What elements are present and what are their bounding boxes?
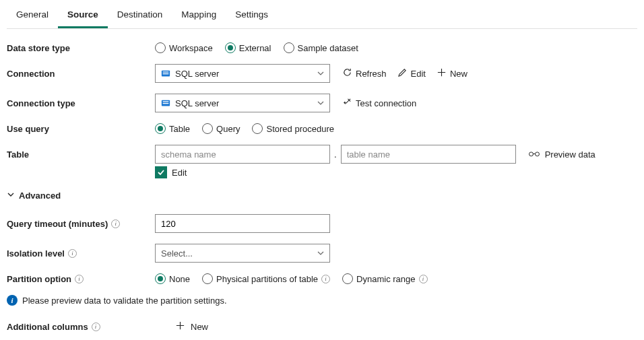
radio-query[interactable]: Query <box>202 123 240 134</box>
sqlserver-icon <box>161 69 170 78</box>
radio-group-use-query: Table Query Stored procedure <box>155 123 334 134</box>
refresh-label: Refresh <box>356 69 387 79</box>
plus-icon <box>175 320 185 333</box>
connection-type-value: SQL server <box>175 98 219 108</box>
partition-note: i Please preview data to validate the pa… <box>7 295 637 306</box>
edit-connection-button[interactable]: Edit <box>397 67 426 79</box>
row-table: Table . Preview data <box>7 145 637 164</box>
info-icon[interactable]: i <box>321 275 330 283</box>
new-connection-label: New <box>450 69 468 79</box>
svg-point-6 <box>529 151 533 156</box>
advanced-toggle[interactable]: Advanced <box>7 191 637 201</box>
radio-partition-physical[interactable]: Physical partitions of table i <box>202 273 330 284</box>
radio-sample-dataset[interactable]: Sample dataset <box>284 42 358 53</box>
connection-dropdown[interactable]: SQL server <box>155 64 330 83</box>
add-column-label: New <box>191 322 208 332</box>
label-connection-type: Connection type <box>7 98 155 108</box>
row-data-store-type: Data store type Workspace External Sampl… <box>7 42 637 53</box>
row-connection: Connection SQL server Refresh <box>7 64 637 83</box>
row-additional-columns: Additional columns i New <box>7 320 637 333</box>
edit-connection-label: Edit <box>411 69 426 79</box>
radio-partition-dynamic-label: Dynamic range <box>356 274 415 284</box>
tab-source[interactable]: Source <box>58 4 108 28</box>
radio-external-label: External <box>239 43 271 53</box>
info-icon[interactable]: i <box>92 322 100 331</box>
test-connection-icon <box>342 97 352 109</box>
label-table: Table <box>7 149 155 160</box>
advanced-label: Advanced <box>19 191 61 201</box>
svg-point-7 <box>535 151 539 156</box>
radio-group-partition: None Physical partitions of table i Dyna… <box>155 273 428 284</box>
schema-table-separator: . <box>334 149 337 160</box>
test-connection-button[interactable]: Test connection <box>342 97 416 109</box>
edit-checkbox-label: Edit <box>172 168 187 178</box>
connection-type-dropdown[interactable]: SQL server <box>155 94 330 112</box>
row-use-query: Use query Table Query Stored procedure <box>7 123 637 134</box>
info-solid-icon: i <box>7 295 18 306</box>
label-additional-columns: Additional columns i <box>7 322 175 332</box>
preview-data-button[interactable]: Preview data <box>528 149 595 160</box>
svg-rect-1 <box>163 71 169 72</box>
radio-partition-physical-label: Physical partitions of table <box>216 274 318 284</box>
label-data-store-type: Data store type <box>7 43 155 53</box>
label-isolation-level: Isolation level i <box>7 248 155 259</box>
label-query-timeout: Query timeout (minutes) i <box>7 219 155 229</box>
info-icon[interactable]: i <box>68 249 77 258</box>
radio-workspace-label: Workspace <box>169 43 213 53</box>
tab-mapping[interactable]: Mapping <box>172 4 226 28</box>
row-isolation-level: Isolation level i Select... <box>7 244 637 263</box>
chevron-down-icon <box>7 191 15 201</box>
pencil-icon <box>397 67 408 79</box>
plus-icon <box>437 67 447 79</box>
radio-partition-none[interactable]: None <box>155 273 190 284</box>
svg-rect-2 <box>163 73 169 74</box>
radio-partition-none-label: None <box>169 274 190 284</box>
refresh-icon <box>342 67 352 79</box>
info-icon[interactable]: i <box>75 275 84 283</box>
add-column-button[interactable]: New <box>175 320 208 333</box>
isolation-placeholder: Select... <box>161 248 317 259</box>
label-use-query: Use query <box>7 124 155 134</box>
radio-external[interactable]: External <box>225 42 271 53</box>
radio-sp-label: Stored procedure <box>266 124 333 134</box>
chevron-down-icon <box>317 69 324 79</box>
tab-general[interactable]: General <box>7 4 58 28</box>
query-timeout-input[interactable] <box>155 214 330 233</box>
info-icon[interactable]: i <box>419 275 428 283</box>
label-connection: Connection <box>7 69 155 79</box>
radio-partition-dynamic[interactable]: Dynamic range i <box>342 273 427 284</box>
radio-workspace[interactable]: Workspace <box>155 42 213 53</box>
tab-bar: General Source Destination Mapping Setti… <box>7 0 637 29</box>
glasses-icon <box>528 149 540 160</box>
sqlserver-icon <box>161 98 170 108</box>
partition-note-text: Please preview data to validate the part… <box>22 296 227 306</box>
info-icon[interactable]: i <box>111 219 120 228</box>
chevron-down-icon <box>317 98 324 108</box>
table-input[interactable] <box>341 145 516 164</box>
tab-destination[interactable]: Destination <box>108 4 172 28</box>
radio-stored-procedure[interactable]: Stored procedure <box>252 123 333 134</box>
radio-sample-label: Sample dataset <box>298 43 358 53</box>
test-connection-label: Test connection <box>356 98 416 108</box>
svg-rect-5 <box>163 103 169 104</box>
row-table-edit: Edit <box>7 166 637 178</box>
isolation-level-dropdown[interactable]: Select... <box>155 244 330 263</box>
radio-group-data-store-type: Workspace External Sample dataset <box>155 42 358 53</box>
refresh-button[interactable]: Refresh <box>342 67 387 79</box>
radio-query-label: Query <box>216 124 240 134</box>
row-connection-type: Connection type SQL server Test connecti… <box>7 94 637 112</box>
connection-value: SQL server <box>175 69 219 79</box>
svg-rect-4 <box>163 101 169 102</box>
radio-table-label: Table <box>169 124 190 134</box>
tab-settings[interactable]: Settings <box>226 4 278 28</box>
schema-input[interactable] <box>155 145 330 164</box>
label-partition-option: Partition option i <box>7 274 155 284</box>
preview-data-label: Preview data <box>545 149 595 160</box>
chevron-down-icon <box>317 248 324 259</box>
edit-checkbox[interactable] <box>155 166 167 178</box>
radio-table[interactable]: Table <box>155 123 190 134</box>
new-connection-button[interactable]: New <box>437 67 468 79</box>
row-partition-option: Partition option i None Physical partiti… <box>7 273 637 284</box>
row-query-timeout: Query timeout (minutes) i <box>7 214 637 233</box>
